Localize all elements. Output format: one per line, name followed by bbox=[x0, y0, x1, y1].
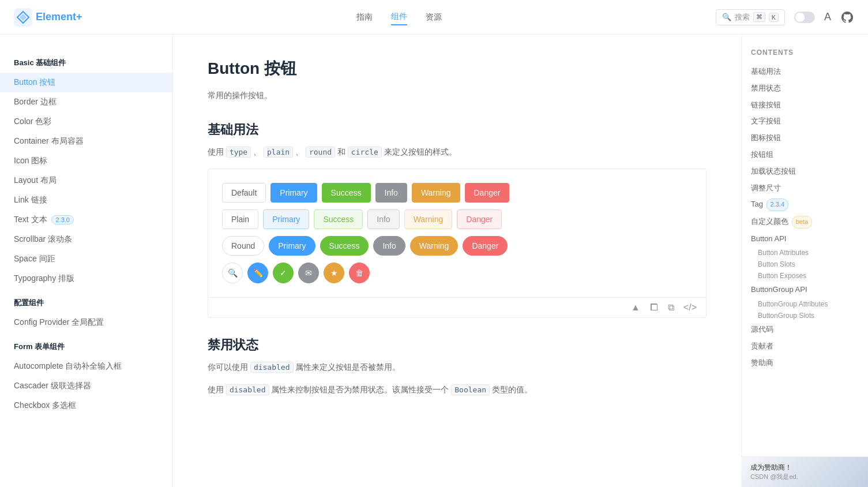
btn-default[interactable]: Default bbox=[222, 183, 266, 203]
btn-circle-check[interactable]: ✓ bbox=[273, 263, 294, 283]
toolbar-codesandbox-icon[interactable]: ⧠ bbox=[649, 302, 659, 313]
btn-circle-delete[interactable]: 🗑 bbox=[349, 263, 370, 283]
header: Element+ 指南 组件 资源 🔍 搜索 ⌘ K A bbox=[0, 0, 868, 35]
sidebar-item-scrollbar[interactable]: Scrollbar 滚动条 bbox=[0, 230, 172, 249]
sidebar-item-icon[interactable]: Icon 图标 bbox=[0, 151, 172, 171]
sidebar-item-layout[interactable]: Layout 布局 bbox=[0, 171, 172, 190]
text-version-badge: 2.3.0 bbox=[51, 215, 73, 224]
search-box[interactable]: 🔍 搜索 ⌘ K bbox=[716, 9, 785, 25]
nav-guide[interactable]: 指南 bbox=[356, 10, 373, 25]
contents-item-tag[interactable]: Tag 2.3.4 bbox=[751, 196, 859, 213]
sidebar-item-cascader[interactable]: Cascader 级联选择器 bbox=[0, 376, 172, 396]
sidebar-item-color[interactable]: Color 色彩 bbox=[0, 112, 172, 132]
btn-plain-danger[interactable]: Danger bbox=[457, 209, 502, 229]
btn-success[interactable]: Success bbox=[322, 183, 371, 203]
btn-warning[interactable]: Warning bbox=[412, 183, 460, 203]
logo[interactable]: Element+ bbox=[14, 8, 82, 27]
contents-subitem-buttongroup-slots[interactable]: ButtonGroup Slots bbox=[751, 310, 859, 321]
contents-item-icon[interactable]: 图标按钮 bbox=[751, 130, 859, 147]
logo-icon bbox=[14, 8, 32, 27]
btn-round-info[interactable]: Info bbox=[373, 236, 405, 256]
btn-round-danger[interactable]: Danger bbox=[463, 236, 508, 256]
btn-round-success[interactable]: Success bbox=[320, 236, 369, 256]
layout: Basic 基础组件 Button 按钮 Border 边框 Color 色彩 … bbox=[0, 35, 868, 429]
page-desc: 常用的操作按钮。 bbox=[208, 89, 707, 103]
btn-plain-info[interactable]: Info bbox=[367, 209, 399, 229]
sidebar-item-container[interactable]: Container 布局容器 bbox=[0, 132, 172, 151]
section-disabled-desc1: 你可以使用 disabled 属性来定义按钮是否被禁用。 bbox=[208, 361, 707, 374]
contents-item-sponsors[interactable]: 赞助商 bbox=[751, 355, 859, 372]
btn-circle-search[interactable]: 🔍 bbox=[222, 263, 243, 283]
section-disabled-title: 禁用状态 bbox=[208, 336, 707, 354]
language-icon[interactable]: A bbox=[824, 11, 831, 23]
btn-round-primary[interactable]: Primary bbox=[269, 236, 315, 256]
header-nav: 指南 组件 资源 bbox=[356, 9, 442, 25]
contents-item-link[interactable]: 链接按钮 bbox=[751, 97, 859, 114]
toolbar-code-icon[interactable]: </> bbox=[683, 302, 697, 313]
btn-circle-message[interactable]: ✉ bbox=[298, 263, 319, 283]
sidebar-item-config-provider[interactable]: Config Provider 全局配置 bbox=[0, 313, 172, 332]
contents-sidebar: CONTENTS 基础用法 禁用状态 链接按钮 文字按钮 图标按钮 按钮组 加载… bbox=[741, 35, 868, 429]
demo-content: Default Primary Success Info Warning Dan… bbox=[208, 169, 706, 297]
toolbar-codepen-icon[interactable]: ▲ bbox=[631, 302, 640, 313]
btn-row-round: Round Primary Success Info Warning Dange… bbox=[222, 236, 692, 256]
btn-danger[interactable]: Danger bbox=[465, 183, 510, 203]
nav-resource[interactable]: 资源 bbox=[426, 10, 442, 25]
toolbar-copy-icon[interactable]: ⧉ bbox=[668, 302, 674, 313]
search-icon: 🔍 bbox=[722, 13, 731, 21]
btn-plain-primary[interactable]: Primary bbox=[263, 209, 309, 229]
sidebar-section-config: 配置组件 bbox=[0, 293, 172, 313]
btn-circle-edit[interactable]: ✏️ bbox=[247, 263, 268, 283]
contents-item-basic[interactable]: 基础用法 bbox=[751, 63, 859, 80]
sidebar-item-autocomplete[interactable]: Autocomplete 自动补全输入框 bbox=[0, 357, 172, 376]
main-content: Button 按钮 常用的操作按钮。 基础用法 使用 type 、 plain … bbox=[173, 35, 741, 429]
sidebar-item-button[interactable]: Button 按钮 bbox=[0, 73, 172, 92]
contents-item-text[interactable]: 文字按钮 bbox=[751, 113, 859, 130]
logo-text: Element+ bbox=[36, 11, 82, 23]
contents-item-source[interactable]: 源代码 bbox=[751, 321, 859, 338]
contents-item-size[interactable]: 调整尺寸 bbox=[751, 180, 859, 197]
page-title: Button 按钮 bbox=[208, 58, 707, 80]
kbd-cmd: ⌘ bbox=[753, 12, 765, 22]
btn-plain-success[interactable]: Success bbox=[314, 209, 363, 229]
contents-item-buttongroup-api[interactable]: ButtonGroup API bbox=[751, 282, 859, 298]
sidebar: Basic 基础组件 Button 按钮 Border 边框 Color 色彩 … bbox=[0, 35, 173, 429]
section-basic-title: 基础用法 bbox=[208, 121, 707, 138]
github-icon[interactable] bbox=[840, 10, 854, 24]
sidebar-section-basic: Basic 基础组件 bbox=[0, 53, 172, 73]
theme-toggle[interactable] bbox=[794, 12, 815, 23]
btn-circle-star[interactable]: ★ bbox=[324, 263, 344, 283]
btn-plain-default[interactable]: Plain bbox=[222, 209, 258, 229]
btn-round-warning[interactable]: Warning bbox=[410, 236, 459, 256]
sidebar-item-link[interactable]: Link 链接 bbox=[0, 190, 172, 210]
contents-item-button-api[interactable]: Button API bbox=[751, 231, 859, 248]
kbd-k: K bbox=[769, 13, 779, 22]
search-label: 搜索 bbox=[735, 12, 750, 23]
sidebar-item-space[interactable]: Space 间距 bbox=[0, 249, 172, 269]
btn-round-default[interactable]: Round bbox=[222, 236, 264, 256]
sidebar-item-text[interactable]: Text 文本 2.3.0 bbox=[0, 210, 172, 230]
contents-item-custom-color[interactable]: 自定义颜色 beta bbox=[751, 213, 859, 231]
contents-subitem-buttongroup-attr[interactable]: ButtonGroup Attributes bbox=[751, 298, 859, 310]
contents-title: CONTENTS bbox=[751, 48, 859, 57]
sidebar-item-checkbox[interactable]: Checkbox 多选框 bbox=[0, 396, 172, 415]
contents-subitem-button-slots[interactable]: Button Slots bbox=[751, 259, 859, 270]
btn-primary[interactable]: Primary bbox=[270, 183, 317, 203]
sidebar-item-typography[interactable]: Typography 排版 bbox=[0, 269, 172, 289]
contents-item-disabled[interactable]: 禁用状态 bbox=[751, 80, 859, 97]
contents-item-loading[interactable]: 加载状态按钮 bbox=[751, 163, 859, 180]
contents-item-contributors[interactable]: 贡献者 bbox=[751, 338, 859, 355]
nav-component[interactable]: 组件 bbox=[391, 9, 407, 25]
contents-subitem-button-attr[interactable]: Button Attributes bbox=[751, 247, 859, 259]
beta-badge: beta bbox=[792, 216, 812, 228]
btn-info[interactable]: Info bbox=[375, 183, 407, 203]
contents-item-group[interactable]: 按钮组 bbox=[751, 147, 859, 163]
btn-plain-warning[interactable]: Warning bbox=[404, 209, 453, 229]
section-basic-desc: 使用 type 、 plain 、 round 和 circle 来定义按钮的样… bbox=[208, 145, 707, 159]
contents-subitem-button-exposes[interactable]: Button Exposes bbox=[751, 270, 859, 282]
sidebar-item-border[interactable]: Border 边框 bbox=[0, 92, 172, 112]
demo-box-basic: Default Primary Success Info Warning Dan… bbox=[208, 168, 707, 318]
demo-toolbar: ▲ ⧠ ⧉ </> bbox=[208, 297, 706, 317]
tag-badge: 2.3.4 bbox=[766, 198, 788, 211]
header-right: 🔍 搜索 ⌘ K A bbox=[716, 9, 854, 25]
